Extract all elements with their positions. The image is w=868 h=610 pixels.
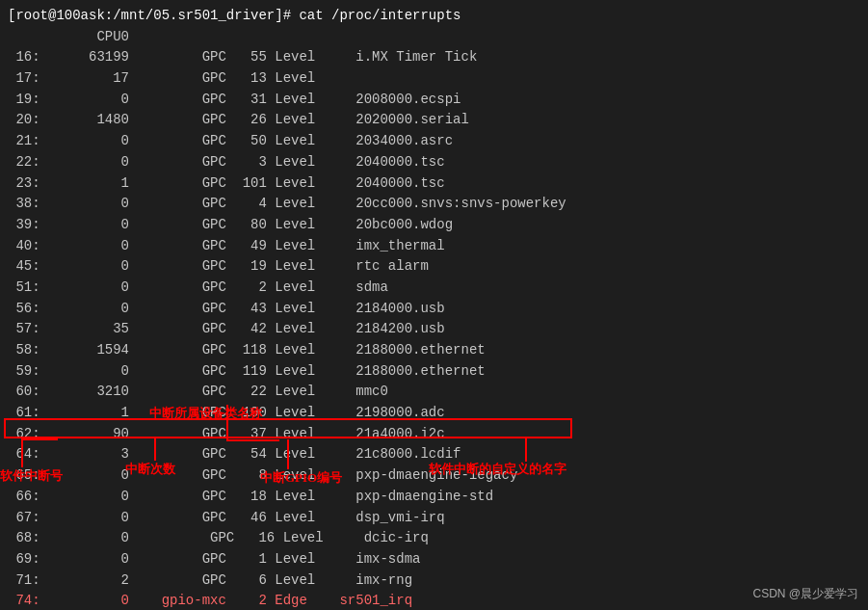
output-line-13: 57: 35 GPC 42 Level 2184200.usb <box>8 319 860 340</box>
output-line-12: 56: 0 GPC 43 Level 2184000.usb <box>8 299 860 320</box>
output-line-21: 66: 0 GPC 18 Level pxp-dmaengine-std <box>8 487 860 508</box>
output-line-24: 69: 0 GPC 1 Level imx-sdma <box>8 549 860 570</box>
output-line-3: 20: 1480 GPC 26 Level 2020000.serial <box>8 110 860 131</box>
output-line-11: 51: 0 GPC 2 Level sdma <box>8 278 860 299</box>
command-line: [root@100ask:/mnt/05.sr501_driver]# cat … <box>8 6 860 27</box>
output-line-26: 74: 0 gpio-mxc 2 Edge sr501_irq <box>8 591 860 610</box>
output-line-25: 71: 2 GPC 6 Level imx-rng <box>8 570 860 592</box>
output-line-15: 59: 0 GPC 119 Level 2188000.ethernet <box>8 361 860 383</box>
output-line-10: 45: 0 GPC 19 Level rtc alarm <box>8 256 860 278</box>
terminal-window: [root@100ask:/mnt/05.sr501_driver]# cat … <box>0 0 868 610</box>
output-lines: 16: 63199 GPC 55 Level i.MX Timer Tick 1… <box>8 47 860 610</box>
output-line-7: 38: 0 GPC 4 Level 20cc000.snvs:snvs-powe… <box>8 194 860 215</box>
output-line-4: 21: 0 GPC 50 Level 2034000.asrc <box>8 131 860 152</box>
output-line-5: 22: 0 GPC 3 Level 2040000.tsc <box>8 152 860 173</box>
output-line-9: 40: 0 GPC 49 Level imx_thermal <box>8 236 860 257</box>
output-line-2: 19: 0 GPC 31 Level 2008000.ecspi <box>8 90 860 111</box>
output-line-18: 62: 90 GPC 37 Level 21a4000.i2c <box>8 424 860 445</box>
output-line-20: 65: 0 GPC 8 Level pxp-dmaengine-legacy <box>8 465 860 487</box>
output-line-8: 39: 0 GPC 80 Level 20bc000.wdog <box>8 215 860 236</box>
output-line-14: 58: 1594 GPC 118 Level 2188000.ethernet <box>8 340 860 361</box>
output-line-22: 67: 0 GPC 46 Level dsp_vmi-irq <box>8 508 860 529</box>
output-line-1: 17: 17 GPC 13 Level <box>8 68 860 90</box>
output-line-6: 23: 1 GPC 101 Level 2040000.tsc <box>8 173 860 195</box>
output-line-17: 61: 1 GPC 100 Level 2198000.adc <box>8 403 860 424</box>
header-line: CPU0 <box>8 27 860 48</box>
output-line-23: 68: 0 GPC 16 Level dcic-irq <box>8 528 860 549</box>
output-line-0: 16: 63199 GPC 55 Level i.MX Timer Tick <box>8 47 860 68</box>
output-line-19: 64: 3 GPC 54 Level 21c8000.lcdif <box>8 444 860 465</box>
watermark: CSDN @晨少爱学习 <box>752 586 858 602</box>
output-line-16: 60: 3210 GPC 22 Level mmc0 <box>8 382 860 403</box>
